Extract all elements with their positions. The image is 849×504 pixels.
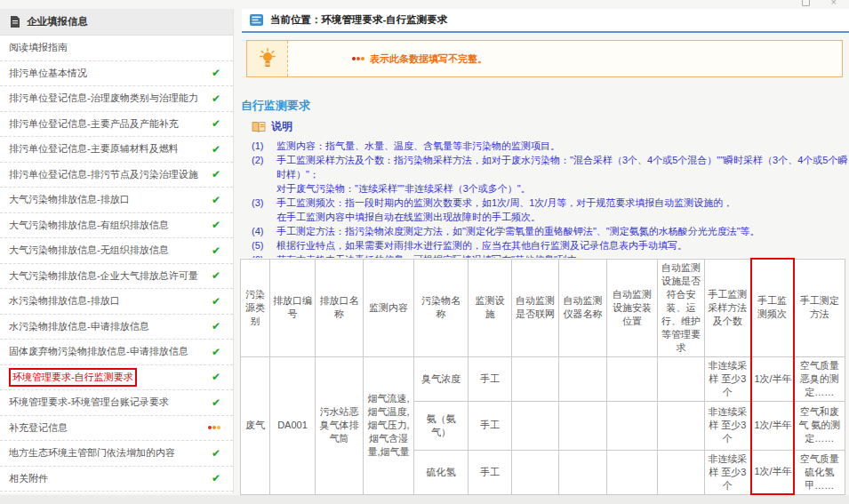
sidebar-item[interactable]: 地方生态环境主管部门依法增加的内容✔	[0, 441, 233, 467]
sidebar-item[interactable]: 排污单位登记信息-治理废物类别与治理能力✔	[0, 86, 233, 112]
column-header: 自动监测设施是否符合安装、运行、维护等管理要求	[658, 259, 705, 356]
incomplete-marker-icon	[352, 57, 364, 60]
table-cell	[607, 401, 658, 450]
check-icon: ✔	[212, 219, 220, 231]
monitoring-table-wrap: 污染源类别排放口编号排放口名称监测内容污染物名称监测设施自动监测是否联网自动监测…	[240, 258, 845, 495]
table-cell: 空气和废气 氨的测定……	[794, 401, 845, 450]
sidebar-item[interactable]: 环境管理要求-环境管理台账记录要求✔	[0, 390, 233, 416]
sidebar-item-label: 环境管理要求-自行监测要求	[9, 368, 137, 387]
check-icon: ✔	[212, 295, 220, 308]
table-cell: 废气	[241, 356, 270, 494]
column-header: 自动监测设施安装位置	[607, 259, 658, 356]
sidebar-item[interactable]: 排污单位基本情况✔	[0, 61, 233, 87]
document-icon	[10, 16, 20, 28]
sidebar-item[interactable]: 补充登记信息	[0, 416, 233, 442]
check-icon: ✔	[212, 371, 220, 383]
table-cell	[559, 450, 607, 494]
table-cell: 1次/半年	[751, 450, 794, 494]
sidebar-item-label: 排污单位登记信息-主要产品及产能补充	[9, 117, 179, 131]
form-icon	[250, 14, 263, 26]
note-number: (2)	[252, 153, 263, 167]
sidebar-item-label: 水污染物排放信息-排放口	[9, 294, 120, 308]
instruction-note: (3)手工监测频次：指一段时期内的监测次数要求，如1次/周、1次/月等，对于规范…	[252, 196, 849, 224]
sidebar-item[interactable]: 阅读填报指南	[0, 36, 233, 61]
table-cell: 空气质量 硫化氢 甲……	[794, 450, 845, 494]
incomplete-icon	[208, 426, 220, 429]
sidebar-item[interactable]: 水污染物排放信息-申请排放信息✔	[0, 315, 233, 340]
sidebar-nav: 阅读填报指南排污单位基本情况✔排污单位登记信息-治理废物类别与治理能力✔排污单位…	[0, 36, 233, 492]
section-title: 自行监测要求	[241, 98, 310, 114]
sidebar-item[interactable]: 大气污染物排放信息-排放口✔	[0, 188, 233, 213]
table-cell: 非连续采样 至少3个	[705, 401, 751, 450]
instruction-note: (2)手工监测采样方法及个数：指污染物采样方法，如对于废水污染物："混合采样（3…	[252, 153, 849, 196]
notice-body: 表示此条数据填写不完整。	[288, 41, 487, 76]
column-header: 污染源类别	[241, 259, 270, 356]
sidebar-item-label: 大气污染物排放信息-有组织排放信息	[9, 219, 169, 232]
sidebar-item[interactable]: 大气污染物排放信息-企业大气排放总许可量✔	[0, 264, 233, 290]
sidebar-item-label: 补充登记信息	[9, 421, 68, 435]
sidebar-item-label: 大气污染物排放信息-排放口	[9, 193, 130, 206]
column-header: 自动监测是否联网	[512, 259, 559, 356]
sidebar-item[interactable]: 排污单位登记信息-排污节点及污染治理设施✔	[0, 163, 233, 188]
sidebar-item-label: 排污单位登记信息-主要原辅材料及燃料	[9, 142, 179, 156]
instruction-note: (1)监测内容：指气量、水量、温度、含氧量等非污染物的监测项目。	[252, 139, 849, 153]
table-cell: 1次/半年	[751, 401, 794, 450]
sidebar-item[interactable]: 环境管理要求-自行监测要求✔	[0, 365, 233, 391]
sidebar-item-label: 地方生态环境主管部门依法增加的内容	[9, 446, 175, 460]
note-text: 手工测定方法：指污染物浓度测定方法，如"测定化学需氧量的重铬酸钾法"、"测定氨氮…	[276, 226, 760, 236]
sidebar-item[interactable]: 固体废弃物污染物排放信息-申请排放信息✔	[0, 340, 233, 365]
check-icon: ✔	[212, 447, 220, 460]
notice-icon-cell	[247, 41, 288, 76]
sidebar-item[interactable]: 排污单位登记信息-主要原辅材料及燃料✔	[0, 137, 233, 163]
column-header: 污染物名称	[414, 259, 469, 356]
page-bottom-edge	[0, 495, 849, 504]
table-cell: 硫化氢	[414, 450, 469, 494]
sidebar-item[interactable]: 大气污染物排放信息-有组织排放信息✔	[0, 213, 233, 239]
column-header: 自动监测仪器名称	[559, 259, 607, 356]
note-number: (4)	[252, 224, 263, 238]
note-number: (5)	[252, 238, 263, 252]
table-cell: 手工	[469, 356, 512, 401]
check-icon: ✔	[212, 346, 220, 358]
sidebar-item-label: 排污单位登记信息-治理废物类别与治理能力	[9, 92, 198, 105]
sidebar-item-label: 排污单位登记信息-排污节点及污染治理设施	[9, 168, 198, 181]
table-cell: 臭气浓度	[414, 356, 469, 401]
table-cell	[607, 450, 658, 494]
table-cell: 烟气流速,烟气温度,烟气压力,烟气含湿量,烟气量	[364, 356, 414, 494]
instruction-note: (4)手工测定方法：指污染物浓度测定方法，如"测定化学需氧量的重铬酸钾法"、"测…	[252, 224, 849, 238]
sidebar-item-label: 大气污染物排放信息-无组织排放信息	[9, 244, 169, 257]
sidebar-item-label: 水污染物排放信息-申请排放信息	[9, 320, 149, 333]
sidebar-item[interactable]: 排污单位登记信息-主要产品及产能补充✔	[0, 112, 233, 138]
breadcrumb: 当前位置：环境管理要求-自行监测要求	[242, 9, 849, 33]
check-icon: ✔	[212, 117, 220, 130]
table-cell	[512, 401, 559, 450]
table-cell	[658, 401, 705, 450]
table-cell: 空气质量 恶臭的测定……	[794, 356, 845, 401]
instruction-note: (5)根据行业特点，如果需要对雨排水进行监测的，应当在其他自行监测及记录信息表内…	[252, 238, 849, 252]
app-window: × 企业填报信息 阅读填报指南排污单位基本情况✔排污单位登记信息-治理废物类别与…	[0, 0, 849, 504]
check-icon: ✔	[212, 472, 220, 484]
column-header: 排放口编号	[270, 259, 316, 356]
note-number: (3)	[252, 196, 263, 210]
lightbulb-icon	[260, 48, 276, 69]
instructions-header: 说明	[252, 119, 292, 134]
table-cell: 手工	[469, 401, 512, 450]
note-text: 手工监测采样方法及个数：指污染物采样方法，如对于废水污染物："混合采样（3个、4…	[276, 155, 847, 194]
table-header-row: 污染源类别排放口编号排放口名称监测内容污染物名称监测设施自动监测是否联网自动监测…	[241, 259, 845, 356]
sidebar-item[interactable]: 相关附件✔	[0, 467, 233, 492]
check-icon: ✔	[212, 67, 220, 79]
check-icon: ✔	[212, 194, 220, 206]
sidebar-item-label: 排污单位基本情况	[9, 67, 87, 80]
sidebar-item[interactable]: 大气污染物排放信息-无组织排放信息✔	[0, 238, 233, 264]
column-header: 手工监测采样方法及个数	[705, 259, 751, 356]
column-header: 监测内容	[364, 259, 414, 356]
sidebar-item-label: 环境管理要求-环境管理台账记录要求	[9, 396, 169, 409]
sidebar: 企业填报信息 阅读填报指南排污单位基本情况✔排污单位登记信息-治理废物类别与治理…	[0, 9, 234, 493]
sidebar-header: 企业填报信息	[0, 9, 233, 36]
column-header: 监测设施	[469, 259, 512, 356]
sidebar-item-label: 阅读填报指南	[9, 41, 68, 54]
instructions-label: 说明	[271, 119, 292, 134]
book-icon	[252, 121, 266, 133]
note-text: 手工监测频次：指一段时期内的监测次数要求，如1次/周、1次/月等，对于规范要求填…	[276, 197, 733, 222]
sidebar-item[interactable]: 水污染物排放信息-排放口✔	[0, 289, 233, 315]
